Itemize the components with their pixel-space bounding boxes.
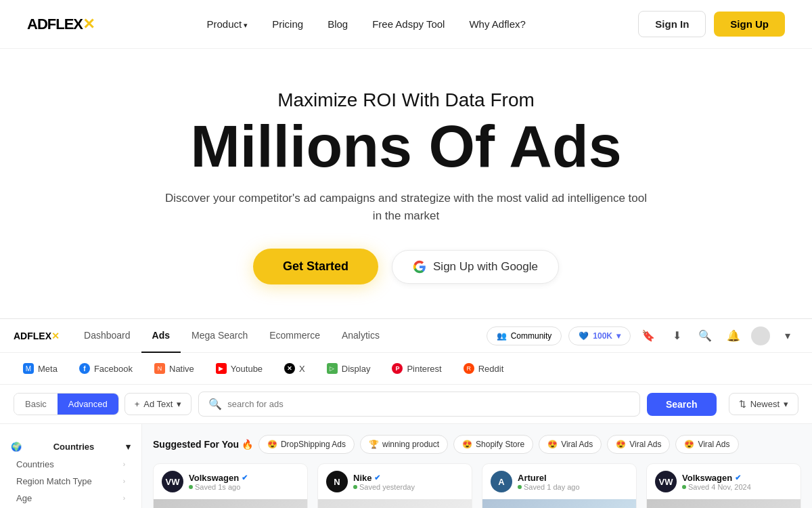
nav-ads[interactable]: Ads <box>141 319 181 353</box>
tab-meta[interactable]: M Meta <box>14 358 67 379</box>
tab-facebook[interactable]: f Facebook <box>70 358 142 379</box>
ad-text-button[interactable]: + Ad Text ▾ <box>125 393 192 415</box>
sort-button[interactable]: ⇅ Newest ▾ <box>729 393 798 415</box>
tag-label-2: Shopify Store <box>476 440 524 449</box>
tag-viral-1[interactable]: 😍 Viral Ads <box>539 435 602 454</box>
tag-label-5: Viral Ads <box>698 440 729 449</box>
sidebar-countries-section: 🌍 Countries ▾ Countries › Region Match T… <box>0 433 141 508</box>
hero-buttons: Get Started Sign Up with Google <box>253 249 559 284</box>
signup-google-button[interactable]: Sign Up with Google <box>392 250 559 284</box>
ad-card-3[interactable]: VW Volkswagen ✔ Saved 4 Nov, 2024 <box>646 463 801 508</box>
search-input[interactable] <box>227 399 630 409</box>
toggle-basic[interactable]: Basic <box>14 394 58 415</box>
tag-viral-3[interactable]: 😍 Viral Ads <box>675 435 738 454</box>
tab-x-label: X <box>299 364 305 374</box>
nav-ecommerce[interactable]: Ecommerce <box>258 319 331 353</box>
content-area: Suggested For You 🔥 😍 DropShipping Ads 🏆… <box>142 424 812 508</box>
app-logo[interactable]: AD FLEX ✕ <box>14 331 60 341</box>
sidebar-item-age[interactable]: Age › <box>11 490 131 507</box>
ad-card-3-brand-name: Volkswagen ✔ <box>682 473 792 483</box>
coins-badge[interactable]: 💙 100K ▾ <box>568 326 631 345</box>
ad-card-0-saved: Saved 1s ago <box>189 483 299 491</box>
user-avatar[interactable] <box>751 326 770 345</box>
ad-card-1-img <box>318 499 472 508</box>
tag-emoji-1: 🏆 <box>369 440 379 449</box>
tag-winning-product[interactable]: 🏆 winning product <box>360 435 448 454</box>
ad-card-0-brand-name: Volkswagen ✔ <box>189 473 299 483</box>
google-icon <box>413 260 426 274</box>
tab-reddit[interactable]: R Reddit <box>454 358 514 379</box>
tab-x[interactable]: ✕ X <box>275 358 315 379</box>
bell-icon[interactable]: 🔔 <box>723 325 744 347</box>
ad-card-0-logo: VW <box>162 471 183 492</box>
nav-links: Product Pricing Blog Free Adspy Tool Why… <box>207 18 526 30</box>
ad-card-1-header: N Nike ✔ Saved yesterday <box>318 464 472 499</box>
ad-card-2-logo: A <box>491 471 512 492</box>
hero-title: Millions Of Ads <box>190 117 621 176</box>
ad-card-0-header: VW Volkswagen ✔ Saved 1s ago <box>154 464 307 499</box>
sidebar-item-countries[interactable]: Countries › <box>11 456 131 473</box>
navbar: AD FLEX ✕ Product Pricing Blog Free Adsp… <box>0 0 812 49</box>
sidebar-item-region-match[interactable]: Region Match Type › <box>11 473 131 490</box>
nav-free-adspy[interactable]: Free Adspy Tool <box>372 18 445 30</box>
nav-why-adflex[interactable]: Why Adflex? <box>469 18 525 30</box>
tab-youtube[interactable]: ▶ Youtube <box>206 358 272 379</box>
tag-label-1: winning product <box>382 440 439 449</box>
ad-text-label: Ad Text <box>143 399 173 409</box>
saved-dot-3 <box>682 485 686 489</box>
suggested-label: Suggested For You 🔥 <box>153 439 253 450</box>
nav-pricing[interactable]: Pricing <box>272 18 303 30</box>
search-icon[interactable]: 🔍 <box>694 325 716 347</box>
sort-icon: ⇅ <box>739 399 746 409</box>
ad-card-3-saved: Saved 4 Nov, 2024 <box>682 483 792 491</box>
hero-section: Maximize ROI With Data From Millions Of … <box>0 49 812 318</box>
ad-card-2-info: Arturel Saved 1 day ago <box>518 473 628 491</box>
sort-label: Newest <box>750 399 780 409</box>
tag-label-0: DropShipping Ads <box>281 440 346 449</box>
community-icon: 👥 <box>497 331 507 341</box>
user-chevron-icon[interactable]: ▾ <box>777 325 798 347</box>
nav-mega-search[interactable]: Mega Search <box>181 319 258 353</box>
x-platform-icon: ✕ <box>284 363 295 374</box>
app-bar-right: 👥 Community 💙 100K ▾ 🔖 ⬇ 🔍 🔔 ▾ <box>487 325 798 347</box>
app-logo-text: AD <box>14 331 27 341</box>
coins-label: 100K <box>593 331 612 341</box>
nav-dashboard[interactable]: Dashboard <box>73 319 141 353</box>
ad-card-1[interactable]: N Nike ✔ Saved yesterday <box>317 463 472 508</box>
bookmark-icon[interactable]: 🔖 <box>637 325 659 347</box>
tag-shopify[interactable]: 😍 Shopify Store <box>453 435 533 454</box>
community-badge[interactable]: 👥 Community <box>487 326 562 345</box>
tab-display-label: Display <box>342 364 371 374</box>
nav-blog[interactable]: Blog <box>328 18 348 30</box>
nav-product[interactable]: Product <box>207 18 248 30</box>
logo[interactable]: AD FLEX ✕ <box>27 16 94 33</box>
tab-pinterest[interactable]: P Pinterest <box>382 358 451 379</box>
ad-card-0-info: Volkswagen ✔ Saved 1s ago <box>189 473 299 491</box>
get-started-button[interactable]: Get Started <box>253 249 378 284</box>
ad-card-2-header: A Arturel Saved 1 day ago <box>482 464 636 499</box>
sidebar-countries-chevron: ▾ <box>126 442 131 452</box>
tab-native[interactable]: N Native <box>145 358 204 379</box>
tag-dropshipping[interactable]: 😍 DropShipping Ads <box>258 435 355 454</box>
sidebar-countries-header[interactable]: 🌍 Countries ▾ <box>11 438 131 456</box>
tag-emoji-2: 😍 <box>462 440 472 449</box>
search-button[interactable]: Search <box>647 393 717 416</box>
tag-viral-2[interactable]: 😍 Viral Ads <box>607 435 670 454</box>
download-icon[interactable]: ⬇ <box>666 325 687 347</box>
ad-card-3-header: VW Volkswagen ✔ Saved 4 Nov, 2024 <box>647 464 800 499</box>
app-preview: AD FLEX ✕ Dashboard Ads Mega Search Ecom… <box>0 318 812 508</box>
ad-card-2[interactable]: A Arturel Saved 1 day ago <box>482 463 637 508</box>
coins-chevron: ▾ <box>616 331 621 341</box>
tag-label-3: Viral Ads <box>561 440 593 449</box>
signup-google-label: Sign Up with Google <box>433 260 538 274</box>
signin-button[interactable]: Sign In <box>638 11 706 37</box>
tab-youtube-label: Youtube <box>231 364 263 374</box>
nav-analytics[interactable]: Analytics <box>331 319 390 353</box>
toggle-advanced[interactable]: Advanced <box>58 394 118 415</box>
app-bar: AD FLEX ✕ Dashboard Ads Mega Search Ecom… <box>0 319 812 353</box>
ad-card-3-img <box>647 499 800 508</box>
ad-card-0[interactable]: VW Volkswagen ✔ Saved 1s ago <box>153 463 308 508</box>
tab-display[interactable]: ▷ Display <box>317 358 380 379</box>
signup-button[interactable]: Sign Up <box>714 12 785 37</box>
app-main: 🌍 Countries ▾ Countries › Region Match T… <box>0 424 812 508</box>
